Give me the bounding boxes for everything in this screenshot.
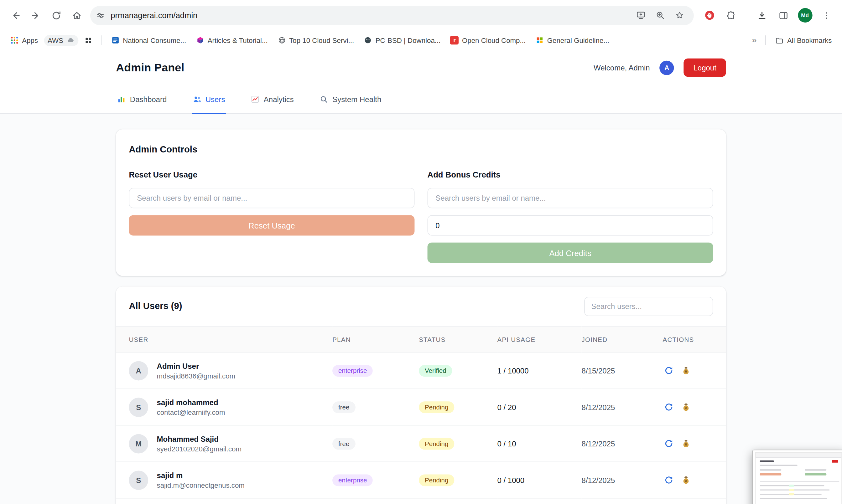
folder-icon xyxy=(775,36,784,45)
all-users-title: All Users (9) xyxy=(129,301,182,312)
home-icon xyxy=(71,10,82,21)
bookmark-item-aws[interactable]: AWS xyxy=(44,35,78,46)
adblock-extension-button[interactable] xyxy=(700,6,718,24)
admin-controls-title: Admin Controls xyxy=(129,144,713,155)
bookmark-item[interactable]: General Guideline... xyxy=(531,34,613,46)
downloads-button[interactable] xyxy=(753,6,771,24)
bonus-credits-search-input[interactable] xyxy=(427,188,713,208)
all-bookmarks-label: All Bookmarks xyxy=(787,36,832,44)
side-panel-icon xyxy=(778,10,789,21)
add-user-credits-button[interactable] xyxy=(680,401,692,413)
plan-badge: free xyxy=(332,401,355,413)
reset-user-usage-button[interactable] xyxy=(663,438,674,450)
avatar: S xyxy=(129,397,148,417)
reset-usage-section: Reset User Usage Reset Usage xyxy=(129,170,415,235)
aws-label: AWS xyxy=(48,36,63,44)
screenshot-preview-content xyxy=(755,452,842,504)
users-search-input[interactable] xyxy=(584,297,713,316)
bookmarks-divider xyxy=(102,35,102,45)
all-users-card: All Users (9) USER PLAN STATUS API USAGE… xyxy=(116,286,726,504)
bookmark-favicon: r xyxy=(450,36,459,44)
admin-avatar[interactable]: A xyxy=(660,60,674,75)
install-app-button[interactable] xyxy=(632,7,648,23)
bookmark-favicon xyxy=(196,36,204,44)
table-row: S sajid mohammed contact@learniify.com f… xyxy=(116,389,726,426)
tab-label: Dashboard xyxy=(130,95,166,103)
side-panel-button[interactable] xyxy=(774,6,792,24)
add-user-credits-button[interactable] xyxy=(680,365,692,377)
grid-icon xyxy=(84,36,92,44)
url-text[interactable]: prmanagerai.com/admin xyxy=(110,11,631,20)
status-badge: Pending xyxy=(419,438,454,450)
status-badge: Pending xyxy=(419,474,454,486)
add-user-credits-button[interactable] xyxy=(680,474,692,486)
home-button[interactable] xyxy=(68,6,86,24)
forward-arrow-icon xyxy=(31,10,41,21)
address-bar[interactable]: prmanagerai.com/admin xyxy=(90,6,694,25)
bookmark-star-button[interactable] xyxy=(671,7,687,23)
profile-avatar: Md xyxy=(798,8,812,22)
bookmark-item[interactable]: PC-BSD | Downloa... xyxy=(360,34,444,46)
table-row: A Admin User mdsajid8636@gmail.com enter… xyxy=(116,352,726,389)
api-usage: 0 / 1000 xyxy=(497,476,524,484)
column-header: PLAN xyxy=(332,326,419,352)
apps-shortcut[interactable]: Apps xyxy=(6,34,42,46)
status-badge: Pending xyxy=(419,401,454,413)
user-name: Admin User xyxy=(157,362,235,370)
user-email: syed20102020@gmail.com xyxy=(157,445,242,453)
tab-users[interactable]: Users xyxy=(191,86,226,114)
reset-arrows-icon xyxy=(664,402,673,412)
reset-usage-search-input[interactable] xyxy=(129,188,415,208)
logout-button[interactable]: Logout xyxy=(684,58,726,77)
puzzle-icon xyxy=(725,10,736,21)
screenshot-preview-thumbnail[interactable] xyxy=(752,450,842,504)
bookmark-favicon xyxy=(535,36,544,44)
add-credits-button[interactable]: Add Credits xyxy=(427,242,713,263)
reset-usage-button[interactable]: Reset Usage xyxy=(129,215,415,235)
table-row: M Mohammed Sajid syed20102020@gmail.com … xyxy=(116,426,726,462)
bonus-credits-amount-input[interactable] xyxy=(427,215,713,235)
tab-system-health[interactable]: System Health xyxy=(319,86,383,114)
reload-button[interactable] xyxy=(47,6,66,24)
page-title: Admin Panel xyxy=(116,61,184,74)
bookmarks-overflow-chevron[interactable]: » xyxy=(749,35,760,45)
reset-arrows-icon xyxy=(664,366,673,375)
install-icon xyxy=(635,10,646,21)
tab-analytics[interactable]: Analytics xyxy=(250,86,295,114)
apps-label: Apps xyxy=(22,36,38,44)
reset-user-usage-button[interactable] xyxy=(663,401,674,413)
kebab-menu-icon xyxy=(822,10,831,20)
all-bookmarks-button[interactable]: All Bookmarks xyxy=(771,34,836,46)
add-user-credits-button[interactable] xyxy=(680,438,692,450)
api-usage: 1 / 10000 xyxy=(497,366,528,375)
back-button[interactable] xyxy=(6,6,25,24)
site-settings-icon[interactable] xyxy=(95,10,105,20)
column-header: JOINED xyxy=(582,326,663,352)
reset-user-usage-button[interactable] xyxy=(663,365,674,377)
api-usage: 0 / 10 xyxy=(497,439,516,448)
user-email: sajid.m@connectgenus.com xyxy=(157,481,245,489)
bookmark-item[interactable]: r Open Cloud Comp... xyxy=(446,34,529,46)
column-header: USER xyxy=(116,326,332,352)
browser-menu-button[interactable] xyxy=(817,6,836,24)
bookmark-item[interactable]: Articles & Tutorial... xyxy=(192,34,271,46)
avatar: M xyxy=(129,434,148,453)
zoom-button[interactable] xyxy=(652,7,668,23)
forward-button[interactable] xyxy=(27,6,45,24)
cloud-icon xyxy=(66,36,74,44)
tab-label: Users xyxy=(206,95,225,103)
reload-icon xyxy=(51,10,62,21)
apps-grid-icon xyxy=(10,36,19,44)
line-chart-icon xyxy=(251,95,259,103)
bookmark-favicon xyxy=(278,36,286,44)
magnifier-icon xyxy=(319,95,328,103)
download-icon xyxy=(756,10,767,21)
extensions-button[interactable] xyxy=(722,6,740,24)
bookmark-grid-shortcut[interactable] xyxy=(81,35,96,46)
profile-button[interactable]: Md xyxy=(796,6,814,24)
reset-usage-heading: Reset User Usage xyxy=(129,170,415,179)
reset-user-usage-button[interactable] xyxy=(663,474,674,486)
tab-dashboard[interactable]: Dashboard xyxy=(116,86,168,114)
bookmark-item[interactable]: Top 10 Cloud Servi... xyxy=(274,34,358,46)
bookmark-item[interactable]: National Consume... xyxy=(107,34,190,46)
